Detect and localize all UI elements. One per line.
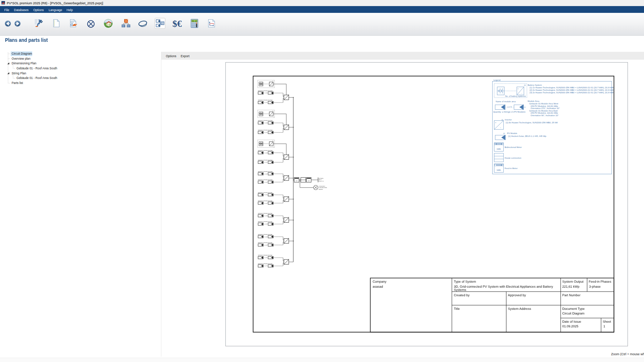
svg-text:Gebäude 01-Module Area West: Gebäude 01-Module Area West	[258, 159, 273, 161]
svg-text:Gebäude 01-Module Area East: Gebäude 01-Module Area East	[258, 254, 272, 256]
svg-text:2x: 2x	[273, 116, 274, 118]
svg-text:230 V,: 230 V,	[319, 179, 322, 180]
svg-text:2 x 28: 2 x 28	[264, 122, 267, 124]
svg-text:Orientation 90°, Inclination 1: Orientation 90°, Inclination 10°	[531, 114, 558, 117]
svg-text:Circuit Diagram: Circuit Diagram	[562, 312, 585, 315]
svg-text:2 x 15: 2 x 15	[264, 162, 267, 163]
svg-text:Gebäude 01-Module Area East: Gebäude 01-Module Area East	[258, 242, 272, 243]
svg-text:(2): (2)	[271, 160, 272, 161]
svg-text:(1): (1)	[271, 256, 272, 257]
svg-text:Gebäude 01-Module Area East: Gebäude 01-Module Area East	[258, 234, 272, 235]
svg-text:Created by: Created by	[454, 293, 470, 297]
svg-text:kWh: kWh	[296, 180, 298, 182]
svg-text:2 x 28: 2 x 28	[264, 152, 267, 154]
svg-text:2 x 28: 2 x 28	[264, 257, 267, 258]
svg-text:Inverter: Inverter	[505, 119, 512, 121]
svg-text:kWh: kWh	[497, 148, 501, 150]
svg-text:(1) 1x Huawei Technologies, SU: (1) 1x Huawei Technologies, SUN2000-25K-…	[530, 86, 614, 89]
svg-text:Gebäude 01-Module Area West: Gebäude 01-Module Area West	[258, 99, 273, 101]
svg-text:Approved by: Approved by	[508, 293, 526, 297]
svg-text:Company: Company	[373, 280, 387, 283]
svg-text:1.450.000,0 kWh,: 1.450.000,0 kWh,	[319, 187, 327, 188]
svg-text:(8): (8)	[288, 259, 289, 260]
svg-text:AC Mains: AC Mains	[319, 178, 324, 179]
svg-text:(2): (2)	[271, 100, 272, 101]
svg-text:2 x 15: 2 x 15	[264, 102, 267, 103]
svg-text:(7): (7)	[288, 238, 289, 239]
svg-text:Gebäude 01-Module Area West: Gebäude 01-Module Area West	[258, 90, 273, 91]
svg-text:(1): (1)	[271, 150, 272, 152]
svg-text:2 x 28: 2 x 28	[264, 215, 267, 217]
svg-text:~: ~	[521, 93, 522, 95]
svg-text:(1): (1)	[288, 94, 289, 95]
svg-text:kWh: kWh	[308, 180, 310, 182]
svg-text:(2): (2)	[271, 222, 272, 223]
svg-text:Gebäude 01-Module Area East: Gebäude 01-Module Area East	[258, 263, 272, 264]
svg-text:(3): (3)	[288, 154, 289, 155]
svg-text:(2): (2)	[272, 110, 273, 111]
svg-text:(2): (2)	[288, 124, 289, 125]
svg-text:(i): (i)	[503, 133, 505, 135]
svg-text:Orientation 270°, Inclination: Orientation 270°, Inclination 10°	[531, 107, 560, 110]
svg-text:Gebäude 01-Module Area East: Gebäude 01-Module Area East	[258, 200, 272, 202]
svg-text:Title: Title	[454, 307, 460, 311]
svg-text:Bidirectional Meter: Bidirectional Meter	[505, 146, 522, 149]
svg-text:(6): (6)	[288, 217, 289, 218]
svg-text:Name of module area: Name of module area	[496, 100, 516, 103]
svg-text:Module Area: Module Area	[528, 100, 540, 103]
svg-text:(2): (2)	[271, 180, 272, 181]
svg-text:(4): (4)	[288, 175, 289, 176]
svg-text:Part Number: Part Number	[562, 293, 581, 297]
svg-text:2 x 15: 2 x 15	[264, 132, 267, 133]
svg-text:Gebäude 01-Module Area East: Gebäude 01-Module Area East	[258, 192, 272, 193]
svg-text:(2): (2)	[271, 264, 272, 265]
svg-text:50.26: 50.26	[192, 20, 197, 22]
svg-text:249 PV Modules, 110,81 kWp: 249 PV Modules, 110,81 kWp	[531, 105, 558, 108]
svg-text:3D, Grid-connected PV System w: 3D, Grid-connected PV System with Electr…	[454, 285, 553, 288]
svg-text:Sheet: Sheet	[603, 320, 611, 323]
svg-text:Gebäude 01-Module Area West: Gebäude 01-Module Area West	[258, 171, 273, 172]
svg-text:(3) 2x Huawei Technologies, SU: (3) 2x Huawei Technologies, SUN2000-25K-…	[530, 91, 614, 94]
svg-text:49,8 kW: 49,8 kW	[319, 189, 323, 190]
svg-text:a x b: a x b	[507, 106, 512, 108]
svg-text:2 x 15: 2 x 15	[264, 223, 267, 225]
svg-text:2 x 28: 2 x 28	[264, 194, 267, 195]
svg-text:cos φ = 1): cos φ = 1)	[319, 180, 324, 182]
svg-text:2 x 15: 2 x 15	[264, 203, 267, 204]
svg-text:1 x 27: 1 x 27	[264, 265, 267, 267]
svg-text:249 PV Modules, 110,81 kWp: 249 PV Modules, 110,81 kWp	[531, 112, 558, 114]
svg-text:(1): (1)	[272, 80, 273, 81]
svg-text:(2): (2)	[271, 201, 272, 202]
svg-text:Gebäude 01-Module Area East: Gebäude 01-Module Area East	[529, 110, 558, 112]
svg-text:(1) 8x Huawei Technologies, SU: (1) 8x Huawei Technologies, SUN2000-25K-…	[506, 122, 558, 124]
svg-text:(2): (2)	[271, 130, 272, 131]
svg-text:asasad: asasad	[373, 285, 383, 288]
svg-text:Consumption: Consumption	[319, 185, 325, 187]
svg-text:(1): (1)	[271, 234, 272, 235]
svg-text:Feed-in Phases: Feed-in Phases	[589, 280, 612, 283]
svg-text:(i): (i)	[524, 84, 526, 86]
svg-text:(1): (1)	[271, 172, 272, 173]
svg-text:2 x 28: 2 x 28	[264, 92, 267, 94]
svg-text:Battery System: Battery System	[528, 84, 542, 86]
svg-text:(3): (3)	[272, 140, 273, 141]
svg-text:221,61 kWp: 221,61 kWp	[562, 285, 580, 288]
svg-text:=: =	[270, 142, 270, 143]
svg-text:Date of Issue: Date of Issue	[562, 320, 581, 323]
svg-text:Type of System: Type of System	[454, 280, 476, 283]
svg-text:1: 1	[604, 324, 605, 328]
svg-text:(5): (5)	[288, 196, 289, 197]
svg-text:=: =	[270, 112, 270, 113]
svg-text:$€: $€	[172, 19, 182, 29]
svg-text:Gebäude 01-Module Area West: Gebäude 01-Module Area West	[258, 120, 273, 121]
svg-text:(1): (1)	[271, 121, 272, 122]
svg-text:(2): (2)	[271, 243, 272, 244]
svg-text:Gebäude 01-Module Area East: Gebäude 01-Module Area East	[258, 213, 272, 214]
svg-text:Gebäude 01-Module Area East: Gebäude 01-Module Area East	[258, 221, 272, 222]
svg-text:Gebäude 01-Module Area West: Gebäude 01-Module Area West	[258, 179, 273, 180]
svg-text:2 x 15: 2 x 15	[264, 244, 267, 246]
svg-text:(2) 2x Huawei Technologies, SU: (2) 2x Huawei Technologies, SUN2000-25K-…	[530, 89, 614, 91]
svg-text:Quantity: a Strings x b PV Mod: Quantity: a Strings x b PV Modules	[493, 111, 525, 113]
svg-text:(1): (1)	[271, 214, 272, 215]
svg-text:~: ~	[500, 127, 501, 129]
